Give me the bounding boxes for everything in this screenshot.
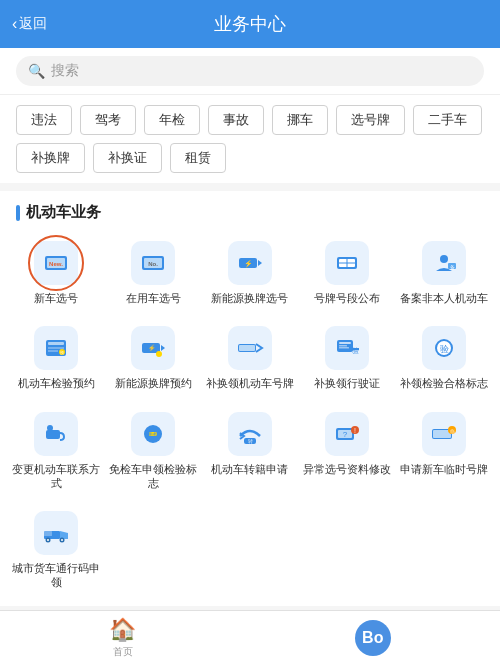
- svg-marker-7: [258, 260, 262, 266]
- motor-item-used-car[interactable]: No. 在用车选号: [105, 232, 202, 313]
- change-contact-icon-wrap: [33, 411, 79, 457]
- replace-license-icon-wrap: 验: [324, 325, 370, 371]
- motor-item-change-contact[interactable]: 变更机动车联系方式: [8, 403, 105, 499]
- transfer-icon-wrap: 转: [227, 411, 273, 457]
- tag-violation[interactable]: 违法: [16, 105, 72, 135]
- temp-plate-icon-bg: 临: [422, 412, 466, 456]
- svg-text:备: 备: [449, 264, 454, 270]
- main-content: 🔍 搜索 违法 驾考 年检 事故 挪车 选号牌 二手车 补换牌 补换证 租赁 机…: [0, 48, 500, 666]
- svg-text:临: 临: [449, 428, 454, 434]
- transfer-icon: 转: [236, 420, 264, 448]
- motor-item-backup[interactable]: 备 备案非本人机动车: [395, 232, 492, 313]
- tag-rental[interactable]: 租赁: [170, 143, 226, 173]
- abnormal-icon: ? !: [333, 420, 361, 448]
- motor-item-replace-license[interactable]: 验 补换领行驶证: [298, 317, 395, 398]
- energy-appt-icon-wrap: ⚡: [130, 325, 176, 371]
- plate-segment-icon: [333, 249, 361, 277]
- search-placeholder: 搜索: [51, 62, 79, 80]
- inspection-badge-icon-bg: 验: [422, 326, 466, 370]
- chevron-left-icon: ‹: [12, 15, 17, 33]
- replace-license-icon: 验: [333, 334, 361, 362]
- header: ‹ 返回 业务中心: [0, 0, 500, 48]
- svg-text:免检: 免检: [148, 431, 158, 437]
- motor-item-truck[interactable]: 城市货车通行码申领: [8, 502, 105, 598]
- svg-marker-23: [161, 345, 165, 351]
- svg-point-37: [47, 425, 53, 431]
- tag-inspection[interactable]: 年检: [144, 105, 200, 135]
- motor-item-new-energy[interactable]: ⚡ 新能源换牌选号: [202, 232, 299, 313]
- motor-section-title: 机动车业务: [0, 203, 500, 232]
- motor-item-new-car-label: 新车选号: [34, 291, 78, 305]
- tag-move-car[interactable]: 挪车: [272, 105, 328, 135]
- tag-replace-plate[interactable]: 补换牌: [16, 143, 85, 173]
- back-label: 返回: [19, 15, 47, 33]
- svg-text:No.: No.: [148, 261, 158, 267]
- new-car-icon-wrap: New.: [33, 240, 79, 286]
- motor-item-energy-appt-label: 新能源换牌预约: [115, 376, 192, 390]
- backup-car-icon: 备: [430, 249, 458, 277]
- svg-rect-30: [339, 345, 347, 347]
- change-contact-icon-bg: [34, 412, 78, 456]
- user-icon: Bo: [355, 620, 391, 656]
- tag-driver-exam[interactable]: 驾考: [80, 105, 136, 135]
- motor-item-temp-plate[interactable]: 临 申请新车临时号牌: [395, 403, 492, 499]
- motor-item-replace-plate-label: 补换领机动车号牌: [206, 376, 294, 390]
- svg-rect-0: [45, 256, 67, 270]
- back-button[interactable]: ‹ 返回: [12, 15, 47, 33]
- abnormal-icon-bg: ? !: [325, 412, 369, 456]
- tag-replace-cert[interactable]: 补换证: [93, 143, 162, 173]
- svg-point-13: [440, 255, 448, 263]
- svg-text:New.: New.: [50, 261, 64, 267]
- inspection-badge-icon-wrap: 验: [421, 325, 467, 371]
- truck-icon-bg: [34, 511, 78, 555]
- energy-appt-icon-bg: ⚡: [131, 326, 175, 370]
- search-bar[interactable]: 🔍 搜索: [0, 48, 500, 95]
- svg-text:⚡: ⚡: [243, 259, 252, 268]
- home-label: 首页: [113, 645, 133, 659]
- motor-item-transfer[interactable]: 转 机动车转籍申请: [202, 403, 299, 499]
- motor-item-exempt[interactable]: 免检 免检车申领检验标志: [105, 403, 202, 499]
- motor-item-used-car-label: 在用车选号: [126, 291, 181, 305]
- motor-item-backup-label: 备案非本人机动车: [400, 291, 488, 305]
- used-car-icon-wrap: No.: [130, 240, 176, 286]
- bottom-nav-user[interactable]: Bo: [355, 620, 391, 656]
- svg-rect-29: [339, 342, 351, 344]
- motor-item-new-energy-label: 新能源换牌选号: [211, 291, 288, 305]
- svg-rect-36: [46, 430, 60, 439]
- truck-icon: [42, 519, 70, 547]
- temp-plate-icon-wrap: 临: [421, 411, 467, 457]
- search-icon: 🔍: [28, 63, 45, 79]
- bottom-nav-home[interactable]: 🏠 首页: [109, 617, 136, 659]
- backup-icon-bg: 备: [422, 241, 466, 285]
- motor-item-new-car[interactable]: New. 新车选号: [8, 232, 105, 313]
- motor-item-abnormal[interactable]: ? ! 异常选号资料修改: [298, 403, 395, 499]
- inspection-icon: 预: [42, 334, 70, 362]
- inspection-badge-icon: 验: [430, 334, 458, 362]
- motor-item-plate-segment-label: 号牌号段公布: [314, 291, 380, 305]
- svg-text:验: 验: [439, 344, 448, 354]
- motor-item-exempt-label: 免检车申领检验标志: [107, 462, 200, 491]
- svg-point-57: [61, 539, 63, 541]
- motor-item-inspection-badge[interactable]: 验 补领检验合格标志: [395, 317, 492, 398]
- motor-item-energy-appt[interactable]: ⚡ 新能源换牌预约: [105, 317, 202, 398]
- inspection-icon-wrap: 预: [33, 325, 79, 371]
- motor-item-temp-plate-label: 申请新车临时号牌: [400, 462, 488, 476]
- new-car-icon: New.: [42, 249, 70, 277]
- used-car-icon: No.: [139, 249, 167, 277]
- motor-item-plate-segment[interactable]: 号牌号段公布: [298, 232, 395, 313]
- replace-plate-icon: [236, 334, 264, 362]
- motor-item-replace-plate[interactable]: 补换领机动车号牌: [202, 317, 299, 398]
- truck-icon-wrap: [33, 510, 79, 556]
- tag-used-car[interactable]: 二手车: [413, 105, 482, 135]
- motor-item-inspection[interactable]: 预 机动车检验预约: [8, 317, 105, 398]
- tag-accident[interactable]: 事故: [208, 105, 264, 135]
- motor-section: 机动车业务 New. 新车选号: [0, 191, 500, 606]
- tag-plate-selection[interactable]: 选号牌: [336, 105, 405, 135]
- transfer-icon-bg: 转: [228, 412, 272, 456]
- search-inner[interactable]: 🔍 搜索: [16, 56, 484, 86]
- motor-item-replace-license-label: 补换领行驶证: [314, 376, 380, 390]
- replace-plate-icon-wrap: [227, 325, 273, 371]
- new-energy-icon-wrap: ⚡: [227, 240, 273, 286]
- replace-license-icon-bg: 验: [325, 326, 369, 370]
- svg-rect-27: [239, 345, 255, 351]
